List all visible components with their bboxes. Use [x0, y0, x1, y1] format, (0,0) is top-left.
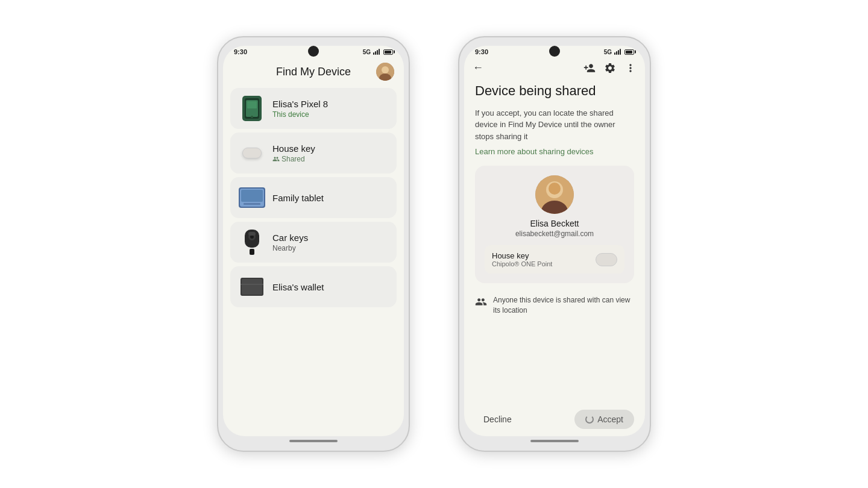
tablet-icon-device: [237, 183, 266, 212]
signal-bars-right: [614, 49, 621, 55]
status-right-left: 5G: [363, 49, 393, 55]
sharing-screen: 9:30 5G ←: [464, 46, 645, 436]
svg-point-1: [382, 66, 389, 74]
accept-spinner: [585, 415, 594, 424]
share-device-image: [596, 253, 617, 266]
sharing-topbar: ←: [464, 57, 645, 77]
svg-rect-16: [250, 249, 254, 255]
pixel8-status: This device: [272, 110, 328, 119]
learn-more-link[interactable]: Learn more about sharing devices: [475, 147, 634, 156]
sharer-name: Elisa Beckett: [530, 219, 579, 228]
notice-icon: [475, 296, 487, 308]
signal-bars-left: [373, 49, 380, 55]
notch-right: [549, 46, 560, 57]
fmd-header: Find My Device: [223, 57, 404, 84]
svg-rect-19: [241, 284, 263, 285]
svg-rect-6: [247, 101, 257, 108]
svg-rect-15: [248, 232, 256, 236]
svg-point-7: [251, 116, 253, 118]
device-item-wallet[interactable]: Elisa's wallet: [230, 266, 397, 307]
settings-icon[interactable]: [604, 62, 616, 74]
device-item-tablet[interactable]: Family tablet: [230, 177, 397, 218]
carkeys-name: Car keys: [272, 233, 308, 243]
battery-icon-right: [624, 49, 634, 55]
more-options-icon[interactable]: [624, 62, 637, 74]
device-item-pixel8[interactable]: Elisa's Pixel 8 This device: [230, 88, 397, 129]
tablet-info: Family tablet: [272, 193, 324, 203]
device-share-row: House key Chipolo® ONE Point: [485, 245, 624, 274]
sharing-notice: Anyone this device is shared with can vi…: [475, 292, 634, 325]
accept-button[interactable]: Accept: [574, 410, 634, 429]
fmd-title: Find My Device: [251, 66, 376, 78]
status-right-right: 5G: [604, 49, 634, 55]
sharer-card: Elisa Beckett elisabeckett@gmail.com Hou…: [475, 166, 634, 283]
sharing-content: Device being shared If you accept, you c…: [464, 77, 645, 404]
pixel8-info: Elisa's Pixel 8 This device: [272, 99, 328, 119]
notch: [308, 46, 319, 57]
carkeys-icon-device: [237, 228, 266, 257]
wallet-info: Elisa's wallet: [272, 282, 324, 292]
share-device-name: House key: [492, 251, 552, 260]
pixel8-icon: [237, 94, 266, 123]
svg-rect-10: [241, 190, 263, 202]
battery-icon-left: [383, 49, 393, 55]
back-button[interactable]: ←: [473, 61, 483, 74]
wallet-name: Elisa's wallet: [272, 282, 324, 292]
sharing-footer: Decline Accept: [464, 404, 645, 436]
wallet-icon-device: [237, 272, 266, 301]
5g-label-right: 5G: [604, 49, 612, 55]
svg-rect-11: [244, 203, 260, 205]
decline-button[interactable]: Decline: [475, 410, 520, 429]
sharer-email: elisabeckett@gmail.com: [515, 230, 594, 238]
housekey-icon: [237, 139, 266, 167]
housekey-info: House key Shared: [272, 143, 315, 163]
left-phone: 9:30 5G Find My Device: [217, 36, 410, 452]
topbar-actions: [583, 62, 637, 74]
sharing-title: Device being shared: [475, 83, 634, 100]
device-share-info: House key Chipolo® ONE Point: [492, 251, 552, 267]
device-list: Elisa's Pixel 8 This device House key Sh…: [223, 84, 404, 311]
right-phone: 9:30 5G ←: [458, 36, 651, 452]
svg-point-23: [549, 183, 561, 195]
carkeys-status: Nearby: [272, 244, 308, 252]
fmd-screen: 9:30 5G Find My Device: [223, 46, 404, 436]
add-person-icon[interactable]: [583, 62, 596, 74]
sharer-avatar: [535, 175, 574, 214]
svg-rect-18: [242, 279, 262, 295]
housekey-status: Shared: [272, 155, 315, 163]
carkeys-info: Car keys Nearby: [272, 233, 308, 252]
user-avatar[interactable]: [376, 63, 394, 81]
sharing-description: If you accept, you can locate the shared…: [475, 107, 634, 143]
home-indicator-left: [289, 440, 338, 442]
device-item-housekey[interactable]: House key Shared: [230, 133, 397, 174]
device-item-carkeys[interactable]: Car keys Nearby: [230, 222, 397, 263]
5g-label-left: 5G: [363, 49, 371, 55]
status-time-right: 9:30: [475, 48, 488, 55]
accept-label: Accept: [597, 414, 623, 424]
sharing-notice-text: Anyone this device is shared with can vi…: [493, 295, 634, 316]
pixel8-name: Elisa's Pixel 8: [272, 99, 328, 109]
housekey-name: House key: [272, 143, 315, 154]
home-indicator-right: [530, 440, 579, 442]
status-time-left: 9:30: [234, 48, 247, 55]
tablet-name: Family tablet: [272, 193, 324, 203]
share-device-type: Chipolo® ONE Point: [492, 260, 552, 267]
shared-icon: [272, 155, 280, 163]
